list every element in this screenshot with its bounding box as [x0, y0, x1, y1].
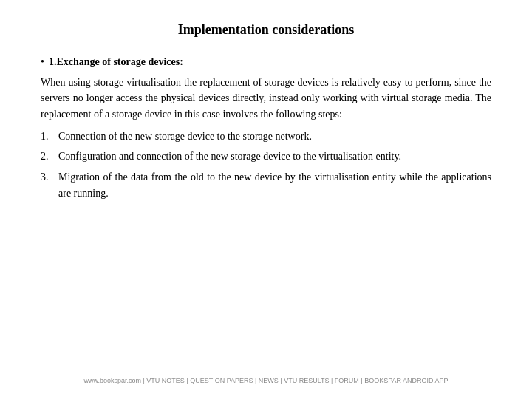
bullet-symbol: •	[41, 54, 44, 70]
bullet-label-1: 1.Exchange of storage devices:	[49, 54, 183, 70]
numbered-item-1: 1. Connection of the new storage device …	[41, 129, 491, 145]
footer: www.bookspar.com | VTU NOTES | QUESTION …	[41, 364, 491, 384]
bullet-item-1: • 1.Exchange of storage devices:	[41, 54, 491, 70]
numbered-item-2: 2. Configuration and connection of the n…	[41, 149, 491, 165]
content-area: • 1.Exchange of storage devices: When us…	[41, 54, 491, 206]
numbered-item-3: 3. Migration of the data from the old to…	[41, 169, 491, 201]
item-number-3: 3.	[41, 169, 54, 185]
item-number-2: 2.	[41, 149, 54, 165]
paragraph-1: When using storage virtualisation the re…	[41, 75, 491, 123]
item-number-1: 1.	[41, 129, 54, 145]
item-text-3: Migration of the data from the old to th…	[58, 169, 491, 201]
page-title: Implementation considerations	[41, 22, 491, 38]
item-text-1: Connection of the new storage device to …	[58, 129, 312, 145]
item-text-2: Configuration and connection of the new …	[58, 149, 401, 165]
